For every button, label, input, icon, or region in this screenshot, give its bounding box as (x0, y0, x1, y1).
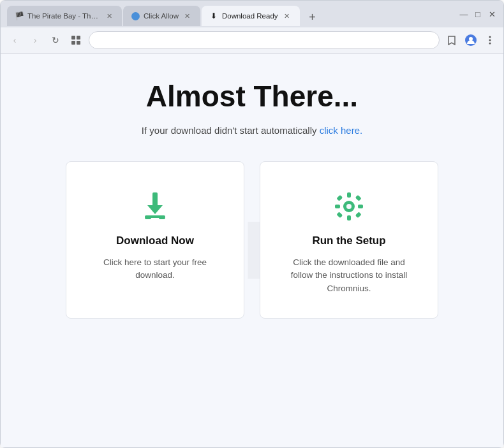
tab-piratebay-label: The Pirate Bay - The galaxy's m... (27, 12, 100, 20)
svg-rect-14 (159, 217, 165, 219)
title-bar: 🏴 The Pirate Bay - The galaxy's m... ✕ C… (1, 1, 503, 27)
svg-rect-23 (355, 212, 362, 218)
maximize-button[interactable]: □ (473, 9, 483, 19)
tab-clickallow[interactable]: Click Allow ✕ (123, 6, 200, 26)
tab-clickallow-favicon (131, 11, 140, 20)
refresh-button[interactable]: ↻ (48, 33, 63, 48)
profile-icon[interactable] (464, 33, 478, 47)
svg-point-15 (346, 204, 352, 209)
svg-rect-10 (152, 192, 158, 206)
tab-download-ready-favicon: ⬇ (209, 11, 218, 20)
svg-rect-18 (335, 205, 340, 208)
tab-download-ready[interactable]: ⬇ Download Ready ✕ (202, 6, 300, 26)
tab-clickallow-label: Click Allow (144, 12, 179, 20)
address-icons (445, 33, 497, 47)
tab-download-ready-label: Download Ready (222, 12, 278, 20)
tab-piratebay-close[interactable]: ✕ (104, 11, 114, 21)
svg-rect-21 (355, 195, 362, 201)
svg-point-8 (489, 40, 491, 41)
svg-point-0 (131, 12, 140, 20)
new-tab-button[interactable]: + (304, 8, 322, 26)
svg-point-9 (489, 43, 491, 45)
run-setup-title: Run the Setup (312, 235, 385, 247)
download-now-desc: Click here to start your free download. (92, 256, 218, 282)
download-now-card[interactable]: Download Now Click here to start your fr… (66, 161, 244, 319)
page-content: PB Almost There... If your download didn… (1, 54, 503, 447)
menu-icon[interactable] (483, 33, 497, 47)
cards-row: Download Now Click here to start your fr… (66, 161, 438, 319)
download-icon (136, 187, 174, 226)
address-input[interactable] (89, 31, 440, 49)
svg-rect-3 (71, 41, 75, 45)
browser-window: 🏴 The Pirate Bay - The galaxy's m... ✕ C… (0, 0, 504, 448)
back-button[interactable]: ‹ (7, 33, 22, 48)
svg-rect-1 (71, 36, 75, 40)
download-now-title: Download Now (116, 235, 194, 247)
page-subtitle: If your download didn't start automatica… (142, 125, 362, 136)
svg-rect-4 (77, 41, 80, 45)
svg-marker-11 (147, 205, 163, 214)
svg-rect-20 (336, 195, 343, 201)
bookmark-icon[interactable] (445, 33, 459, 47)
forward-button[interactable]: › (27, 33, 43, 48)
tab-piratebay-favicon: 🏴 (15, 11, 24, 20)
close-button[interactable]: ✕ (487, 9, 497, 19)
click-here-link[interactable]: click here. (320, 125, 363, 136)
tab-download-ready-close[interactable]: ✕ (282, 11, 292, 21)
svg-rect-16 (347, 192, 351, 198)
window-controls: — □ ✕ (459, 9, 497, 23)
tabs-row: 🏴 The Pirate Bay - The galaxy's m... ✕ C… (7, 6, 454, 26)
run-setup-desc: Click the downloaded file and follow the… (286, 256, 412, 295)
svg-rect-22 (336, 212, 343, 218)
svg-rect-19 (358, 205, 363, 208)
run-setup-card[interactable]: Run the Setup Click the downloaded file … (260, 161, 438, 319)
svg-point-7 (489, 36, 491, 38)
gear-icon (330, 187, 368, 226)
svg-rect-13 (145, 217, 151, 219)
page-heading: Almost There... (146, 79, 358, 113)
tab-clickallow-close[interactable]: ✕ (182, 11, 193, 21)
subtitle-text: If your download didn't start automatica… (142, 125, 320, 136)
address-bar-row: ‹ › ↻ (1, 27, 503, 54)
svg-rect-2 (77, 36, 80, 40)
tab-piratebay[interactable]: 🏴 The Pirate Bay - The galaxy's m... ✕ (7, 6, 122, 26)
svg-rect-17 (347, 215, 351, 220)
extensions-button[interactable] (68, 33, 84, 48)
minimize-button[interactable]: — (459, 9, 469, 19)
